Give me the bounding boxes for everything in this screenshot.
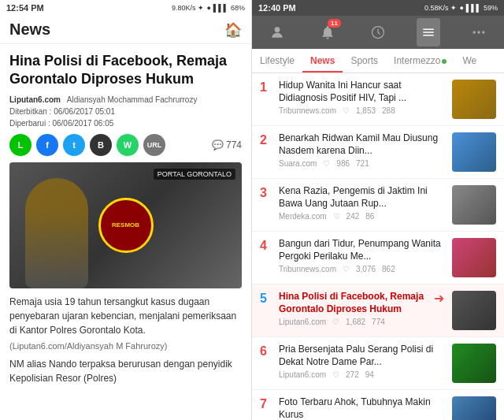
article-content: Hina Polisi di Facebook, Remaja Gorontal… [0, 44, 251, 420]
tab-we[interactable]: We [454, 49, 484, 72]
news-thumb-5 [452, 291, 496, 330]
image-overlay: PORTAL GORONTALO [154, 169, 235, 180]
signal-icon: ▌▌▌ [213, 4, 228, 12]
share-whatsapp-button[interactable]: W [117, 134, 139, 156]
news-thumb-1 [452, 80, 496, 119]
svg-point-2 [473, 31, 476, 33]
news-text-2: Benarkah Ridwan Kamil Mau Diusung Nasdem… [279, 132, 446, 168]
share-facebook-button[interactable]: f [36, 134, 58, 156]
comment-count: 💬 774 [212, 139, 242, 151]
right-panel: 12:40 PM 0.58K/s ✦ ● ▌▌▌ 59% 11 Lif [252, 0, 504, 420]
wifi-icon-right: ● [459, 4, 463, 12]
news-item-4[interactable]: 4 Bangun dari Tidur, Penumpang Wanita Pe… [252, 232, 504, 284]
news-item-7[interactable]: 7 Foto Terbaru Ahok, Tubuhnya Makin Kuru… [252, 390, 504, 420]
article-title: Hina Polisi di Facebook, Remaja Gorontal… [9, 52, 242, 89]
news-headline-3: Kena Razia, Pengemis di Jaktim Ini Bawa … [279, 185, 446, 210]
news-item-2[interactable]: 2 Benarkah Ridwan Kamil Mau Diusung Nasd… [252, 126, 504, 179]
profile-nav-icon[interactable] [265, 20, 289, 44]
news-meta-6: Liputan6.com 272 94 [279, 370, 446, 379]
status-icons-left: 9.80K/s ✦ ● ▌▌▌ 68% [172, 4, 245, 12]
news-thumb-3 [452, 185, 496, 225]
tab-news[interactable]: News [302, 49, 343, 72]
image-placeholder: RESMOB [9, 162, 242, 288]
time-right: 12:40 PM [258, 3, 296, 13]
person-silhouette [25, 178, 88, 288]
svg-point-4 [482, 31, 484, 33]
battery-left: 68% [231, 4, 245, 12]
news-headline-6: Pria Bersenjata Palu Serang Polisi di De… [279, 344, 446, 368]
menu-active-bg [417, 18, 440, 46]
article-body-1: Remaja usia 19 tahun tersangkut kasus du… [9, 295, 242, 337]
news-source-4: Tribunnews.com [279, 265, 336, 273]
battery-right: 59% [484, 4, 498, 12]
menu-nav-icon[interactable] [417, 20, 440, 44]
news-item-1[interactable]: 1 Hidup Wanita Ini Hancur saat Didiagnos… [252, 73, 504, 126]
status-icons-right: 0.58K/s ✦ ● ▌▌▌ 59% [424, 4, 498, 12]
app-header: News 🏠 [0, 16, 251, 44]
tab-sports[interactable]: Sports [343, 49, 386, 72]
bluetooth-icon: ✦ [198, 4, 204, 12]
hearts-3 [333, 212, 340, 221]
arrow-indicator: ➜ [434, 291, 444, 306]
hearts-4 [343, 265, 350, 273]
article-published: Diterbitkan : 06/06/2017 05:01 [9, 107, 242, 116]
news-text-5: Hina Polisi di Facebook, Remaja Gorontal… [279, 291, 428, 326]
news-text-1: Hidup Wanita Ini Hancur saat Didiagnosis… [279, 80, 446, 115]
svg-point-3 [477, 31, 480, 33]
share-url-button[interactable]: URL [143, 134, 165, 156]
bluetooth-icon-right: ✦ [450, 4, 457, 12]
news-headline-5: Hina Polisi di Facebook, Remaja Gorontal… [279, 291, 428, 315]
tab-intermezzo[interactable]: Intermezzo [386, 49, 454, 72]
intermezzo-dot [442, 59, 447, 64]
more-nav-icon[interactable] [467, 20, 491, 44]
hearts-2 [323, 159, 330, 168]
category-tabs: Lifestyle News Sports Intermezzo We [252, 49, 504, 73]
police-badge: RESMOB [98, 198, 154, 253]
news-thumb-2 [452, 132, 496, 172]
news-source-2: Suara.com [279, 159, 317, 168]
comment-icon: 💬 [212, 139, 224, 151]
news-meta-1: Tribunnews.com 1,853 288 [279, 106, 446, 115]
article-body-3: NM alias Nando terpaksa berurusan dengan… [9, 357, 242, 385]
news-item-6[interactable]: 6 Pria Bersenjata Palu Serang Polisi di … [252, 337, 504, 390]
share-line-button[interactable]: L [9, 134, 32, 156]
hearts-1 [343, 106, 350, 115]
news-source-5: Liputan6.com [279, 318, 326, 326]
news-headline-4: Bangun dari Tidur, Penumpang Wanita Perg… [279, 238, 446, 262]
hearts-6 [332, 370, 339, 379]
news-number-4: 4 [260, 238, 272, 252]
news-headline-2: Benarkah Ridwan Kamil Mau Diusung Nasdem… [279, 132, 446, 157]
news-number-2: 2 [260, 132, 272, 147]
article-author: Aldiansyah Mochammad Fachrurrozy [67, 95, 198, 104]
intermezzo-label: Intermezzo [394, 55, 440, 66]
news-item-3[interactable]: 3 Kena Razia, Pengemis di Jaktim Ini Baw… [252, 179, 504, 232]
status-bar-left: 12:54 PM 9.80K/s ✦ ● ▌▌▌ 68% [0, 0, 251, 16]
news-meta-4: Tribunnews.com 3,076 862 [279, 265, 446, 273]
news-text-6: Pria Bersenjata Palu Serang Polisi di De… [279, 344, 446, 379]
article-updated: Diperbarui : 06/06/2017 06:05 [9, 119, 242, 128]
news-source-1: Tribunnews.com [279, 106, 336, 115]
news-text-4: Bangun dari Tidur, Penumpang Wanita Perg… [279, 238, 446, 273]
news-number-7: 7 [260, 396, 272, 411]
article-image: RESMOB PORTAL GORONTALO [9, 162, 242, 288]
news-text-7: Foto Terbaru Ahok, Tubuhnya Makin Kurus … [279, 396, 446, 420]
notifications-nav-icon[interactable]: 11 [316, 20, 339, 44]
app-title: News [9, 20, 50, 39]
share-bb-button[interactable]: B [90, 134, 112, 156]
news-meta-2: Suara.com 986 721 [279, 159, 446, 168]
news-item-5[interactable]: 5 Hina Polisi di Facebook, Remaja Goront… [252, 284, 504, 337]
status-bar-right: 12:40 PM 0.58K/s ✦ ● ▌▌▌ 59% [252, 0, 504, 16]
news-list: 1 Hidup Wanita Ini Hancur saat Didiagnos… [252, 73, 504, 420]
tab-lifestyle[interactable]: Lifestyle [252, 49, 302, 72]
article-body-2: (Liputan6.com/Aldiyansyah M Fahrurozy) [9, 340, 242, 353]
top-nav: 11 [252, 16, 504, 49]
source-name: Liputan6.com [9, 95, 61, 104]
news-number-6: 6 [260, 344, 272, 358]
hearts-5 [332, 318, 339, 326]
news-meta-5: Liputan6.com 1,682 774 [279, 318, 428, 326]
clock-nav-icon[interactable] [366, 20, 390, 44]
share-twitter-button[interactable]: t [63, 134, 85, 156]
article-source: Liputan6.com Aldiansyah Mochammad Fachru… [9, 95, 242, 104]
news-headline-1: Hidup Wanita Ini Hancur saat Didiagnosis… [279, 80, 446, 104]
home-icon[interactable]: 🏠 [224, 21, 242, 39]
